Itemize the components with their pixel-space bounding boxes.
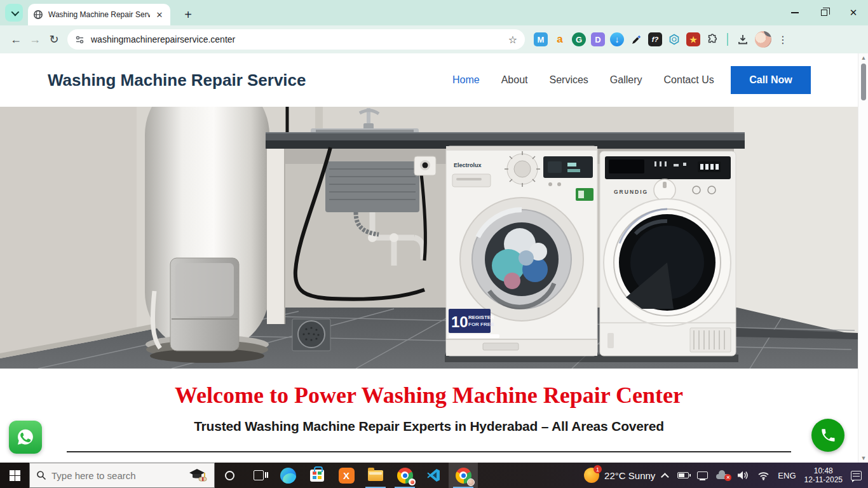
- scroll-down-icon[interactable]: ▼: [858, 454, 868, 463]
- globe-favicon-icon: [33, 10, 43, 20]
- sticker-line2: FOR FREE: [468, 322, 494, 327]
- system-tray: 1 22°C Sunny ✕ ENG 10:48 12-11-2025: [584, 463, 868, 488]
- onedrive-cloud-icon[interactable]: ✕: [716, 471, 729, 479]
- back-button[interactable]: ←: [6, 30, 25, 49]
- nav-about[interactable]: About: [501, 74, 528, 86]
- font-finder-extension-icon[interactable]: f?: [648, 32, 662, 46]
- taskbar-edge[interactable]: [273, 463, 302, 488]
- browser-tab[interactable]: Washing Machine Repair Servic ✕: [28, 4, 170, 25]
- tray-expand-icon[interactable]: [661, 473, 669, 481]
- page-scrollbar[interactable]: ▲ ▼: [858, 53, 868, 463]
- taskbar-clock[interactable]: 10:48 12-11-2025: [804, 466, 843, 484]
- water-heater: [145, 107, 269, 363]
- taskbar-store[interactable]: [302, 463, 332, 488]
- action-center-icon[interactable]: [851, 471, 862, 480]
- weather-temp: 22°C: [604, 470, 626, 481]
- star-extension-icon[interactable]: ★: [686, 32, 700, 46]
- chevron-down-icon: [11, 8, 19, 16]
- graduation-cap-icon: [189, 468, 208, 483]
- page-subtitle: Trusted Washing Machine Repair Experts i…: [0, 419, 858, 434]
- taskbar-chrome[interactable]: [390, 463, 419, 488]
- volume-icon[interactable]: [737, 470, 749, 480]
- phone-icon: [820, 427, 836, 444]
- page-title: Welcome to Power Washing Machine Repair …: [0, 382, 858, 409]
- display-cast-icon[interactable]: [697, 471, 708, 479]
- tab-close-icon[interactable]: ✕: [154, 9, 165, 20]
- taskbar-search[interactable]: [29, 463, 215, 488]
- downloads-button[interactable]: [736, 32, 750, 46]
- dryer-machine: GRUNDIG: [600, 151, 736, 356]
- washer-brand-label: Electrolux: [454, 162, 482, 168]
- search-input[interactable]: [51, 470, 159, 481]
- address-bar[interactable]: washingmachinerepairservice.center ☆: [67, 29, 525, 50]
- nav-services[interactable]: Services: [550, 74, 588, 86]
- windows-taskbar: X 1 22°C Sunny ✕: [0, 463, 868, 488]
- d-extension-icon[interactable]: D: [591, 32, 605, 46]
- close-icon: ✕: [850, 7, 858, 18]
- downloader-extension-icon[interactable]: ↓: [610, 32, 624, 46]
- taskbar-xampp[interactable]: X: [332, 463, 361, 488]
- chrome-profile-badge: [467, 478, 475, 486]
- new-tab-button[interactable]: +: [179, 6, 197, 24]
- nav-home[interactable]: Home: [452, 74, 480, 86]
- scroll-up-icon[interactable]: ▲: [858, 53, 868, 62]
- whatsapp-icon: [15, 426, 36, 448]
- mail-extension-icon[interactable]: M: [534, 32, 548, 46]
- call-float-button[interactable]: [811, 419, 844, 452]
- site-brand: Washing Machine Repair Service: [48, 71, 306, 90]
- dryer-brand-label: GRUNDIG: [614, 189, 648, 195]
- sticker-number: 10: [451, 313, 468, 330]
- url-text[interactable]: washingmachinerepairservice.center: [91, 34, 235, 44]
- bookmark-star-icon[interactable]: ☆: [508, 34, 517, 46]
- tab-title: Washing Machine Repair Servic: [48, 10, 150, 19]
- clock-date: 12-11-2025: [804, 475, 843, 484]
- start-button[interactable]: [0, 463, 29, 488]
- xampp-icon: X: [339, 468, 355, 484]
- restore-icon: [821, 10, 827, 16]
- reload-button[interactable]: ↻: [44, 30, 64, 49]
- minimize-icon: [791, 12, 799, 13]
- sticker-line1: REGISTER: [468, 315, 494, 320]
- cabinet-side-panel: [267, 147, 285, 324]
- extensions-puzzle-icon[interactable]: [705, 32, 719, 46]
- grammarly-extension-icon[interactable]: G: [572, 32, 586, 46]
- cortana-button[interactable]: [215, 463, 244, 488]
- window-restore-button[interactable]: [810, 0, 839, 25]
- nav-gallery[interactable]: Gallery: [610, 74, 642, 86]
- weather-badge: 1: [593, 465, 602, 473]
- task-view-icon: [254, 470, 264, 480]
- browser-menu-icon[interactable]: ⋮: [778, 34, 788, 46]
- vscode-icon: [426, 468, 442, 483]
- window-minimize-button[interactable]: [780, 0, 810, 25]
- chrome-badge: [409, 478, 416, 485]
- weather-desc: Sunny: [628, 470, 656, 481]
- taskbar-chrome-active[interactable]: [449, 463, 478, 488]
- toolbar-divider: [727, 33, 728, 46]
- sun-icon: 1: [584, 468, 599, 483]
- battery-icon[interactable]: [677, 472, 689, 478]
- task-view-button[interactable]: [244, 463, 273, 488]
- forward-button[interactable]: →: [25, 30, 44, 49]
- whatsapp-button[interactable]: [9, 421, 42, 454]
- language-indicator[interactable]: ENG: [778, 471, 796, 480]
- clock-time: 10:48: [804, 466, 843, 475]
- taskbar-file-explorer[interactable]: [361, 463, 390, 488]
- window-close-button[interactable]: ✕: [839, 0, 868, 25]
- amazon-extension-icon[interactable]: a: [553, 32, 567, 46]
- scrollbar-thumb[interactable]: [861, 64, 866, 100]
- wifi-icon[interactable]: [757, 471, 770, 480]
- browser-toolbar: ← → ↻ washingmachinerepairservice.center…: [0, 25, 868, 53]
- eyedropper-extension-icon[interactable]: [629, 32, 643, 46]
- site-info-icon[interactable]: [75, 35, 85, 44]
- windows-logo-icon: [10, 470, 20, 481]
- nav-contact[interactable]: Contact Us: [664, 74, 714, 86]
- floor-drain: [292, 319, 330, 351]
- taskbar-vscode[interactable]: [419, 463, 449, 488]
- tab-search-button[interactable]: [5, 4, 23, 22]
- file-explorer-icon: [368, 470, 383, 481]
- weather-widget[interactable]: 1 22°C Sunny: [584, 468, 655, 483]
- call-now-button[interactable]: Call Now: [731, 66, 811, 94]
- webpage: Washing Machine Repair Service Home Abou…: [0, 53, 858, 463]
- profile-avatar[interactable]: [755, 31, 771, 48]
- web-hexagon-extension-icon[interactable]: [667, 32, 681, 46]
